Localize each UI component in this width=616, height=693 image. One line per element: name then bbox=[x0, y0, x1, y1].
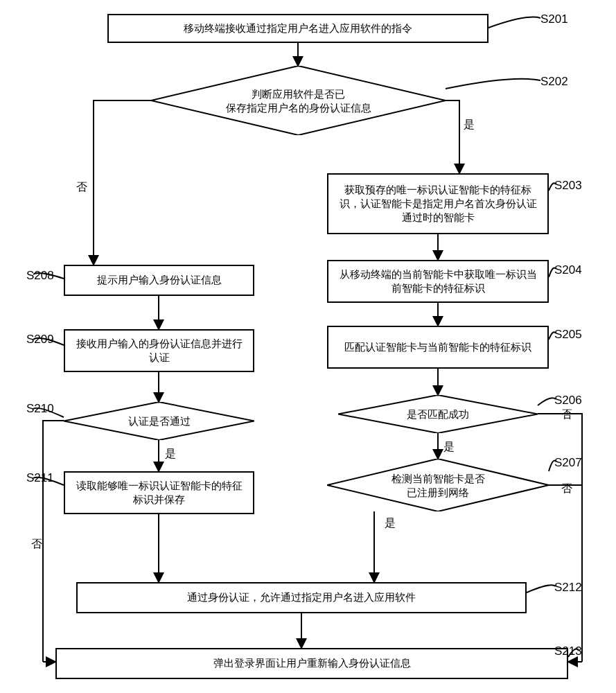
step-text: 提示用户输入身份认证信息 bbox=[97, 273, 222, 287]
decision-s202: 判断应用软件是否已 保存指定用户名的身份认证信息 bbox=[151, 66, 446, 135]
step-text: 从移动终端的当前智能卡中获取唯一标识当前智能卡的特征标识 bbox=[335, 267, 540, 296]
step-s209: 接收用户输入的身份认证信息并进行认证 bbox=[64, 329, 254, 372]
label-s213: S213 bbox=[554, 644, 582, 658]
step-s213: 弹出登录界面让用户重新输入身份认证信息 bbox=[55, 648, 568, 679]
step-s205: 匹配认证智能卡与当前智能卡的特征标识 bbox=[327, 326, 549, 369]
step-text: 通过身份认证，允许通过指定用户名进入应用软件 bbox=[187, 590, 416, 604]
branch-yes-s207: 是 bbox=[385, 516, 396, 531]
decision-text-line2: 保存指定用户名的身份认证信息 bbox=[226, 101, 371, 113]
label-s210: S210 bbox=[26, 402, 54, 416]
decision-text-line2: 已注册到网络 bbox=[407, 486, 469, 498]
step-text: 接收用户输入的身份认证信息并进行认证 bbox=[72, 337, 246, 365]
decision-text: 是否匹配成功 bbox=[407, 408, 469, 420]
step-s212: 通过身份认证，允许通过指定用户名进入应用软件 bbox=[76, 582, 527, 613]
step-text: 移动终端接收通过指定用户名进入应用软件的指令 bbox=[184, 21, 412, 35]
decision-text-line1: 判断应用软件是否已 bbox=[252, 88, 345, 100]
label-s212: S212 bbox=[554, 581, 582, 595]
step-text: 读取能够唯一标识认证智能卡的特征标识并保存 bbox=[72, 479, 246, 507]
label-s202: S202 bbox=[540, 75, 568, 89]
decision-text-line1: 检测当前智能卡是否 bbox=[391, 473, 485, 484]
label-s204: S204 bbox=[554, 263, 582, 277]
branch-yes-s202: 是 bbox=[464, 118, 475, 132]
label-s203: S203 bbox=[554, 179, 582, 193]
step-s211: 读取能够唯一标识认证智能卡的特征标识并保存 bbox=[64, 471, 254, 514]
step-text: 弹出登录界面让用户重新输入身份认证信息 bbox=[213, 656, 411, 670]
step-s208: 提示用户输入身份认证信息 bbox=[64, 265, 254, 296]
label-s205: S205 bbox=[554, 328, 582, 342]
step-text: 匹配认证智能卡与当前智能卡的特征标识 bbox=[344, 340, 531, 354]
decision-s207: 检测当前智能卡是否 已注册到网络 bbox=[327, 459, 549, 511]
decision-s210: 认证是否通过 bbox=[64, 402, 254, 440]
step-s203: 获取预存的唯一标识认证智能卡的特征标识，认证智能卡是指定用户名首次身份认证通过时… bbox=[327, 173, 549, 234]
label-s201: S201 bbox=[540, 12, 568, 26]
step-s204: 从移动终端的当前智能卡中获取唯一标识当前智能卡的特征标识 bbox=[327, 260, 549, 303]
branch-no-s207: 否 bbox=[561, 482, 572, 496]
branch-no-s202: 否 bbox=[76, 180, 87, 195]
branch-yes-s206: 是 bbox=[443, 440, 455, 455]
branch-yes-s210: 是 bbox=[165, 447, 176, 462]
decision-text: 认证是否通过 bbox=[128, 415, 191, 427]
branch-no-s206: 否 bbox=[561, 407, 572, 422]
label-s211: S211 bbox=[26, 471, 54, 485]
label-s206: S206 bbox=[554, 394, 582, 407]
label-s207: S207 bbox=[554, 456, 582, 470]
decision-s206: 是否匹配成功 bbox=[338, 395, 538, 433]
step-s201: 移动终端接收通过指定用户名进入应用软件的指令 bbox=[107, 14, 489, 43]
label-s209: S209 bbox=[26, 333, 54, 346]
step-text: 获取预存的唯一标识认证智能卡的特征标识，认证智能卡是指定用户名首次身份认证通过时… bbox=[335, 183, 540, 225]
branch-no-s210: 否 bbox=[31, 537, 42, 552]
label-s208: S208 bbox=[26, 269, 54, 283]
